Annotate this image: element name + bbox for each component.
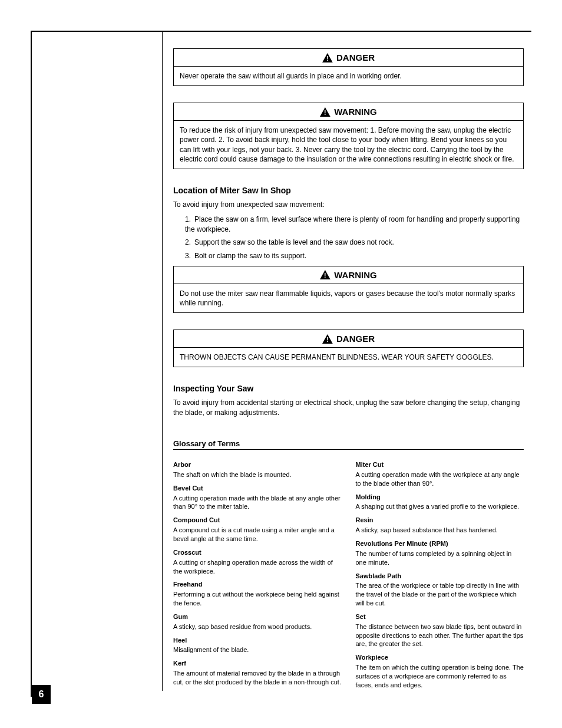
svg-text:!: ! <box>324 272 326 279</box>
glossary-def: The item on which the cutting operation … <box>356 663 524 690</box>
glossary-def: The amount of material removed by the bl… <box>173 669 342 687</box>
callout-title-text: WARNING <box>334 270 377 280</box>
list-item: 3.Bolt or clamp the saw to its support. <box>185 251 524 261</box>
glossary-def: Misalignment of the blade. <box>173 645 342 654</box>
glossary-def: A cutting operation made with the blade … <box>173 494 342 512</box>
glossary-term: Kerf <box>173 659 342 668</box>
list-item: 2.Support the saw so the table is level … <box>185 238 524 248</box>
callout-body: Do not use the miter saw near flammable … <box>174 284 523 312</box>
glossary-term: Revolutions Per Minute (RPM) <box>356 539 524 548</box>
callout-danger-guards: ! DANGER Never operate the saw without a… <box>173 48 524 86</box>
glossary-def: A cutting or shaping operation made acro… <box>173 558 342 576</box>
list-text: Bolt or clamp the saw to its support. <box>194 252 306 260</box>
main-content: ! DANGER Never operate the saw without a… <box>173 48 524 690</box>
warning-triangle-icon: ! <box>322 53 333 62</box>
glossary-term: Gum <box>173 612 342 621</box>
callout-body: Never operate the saw without all guards… <box>174 67 523 85</box>
callout-warning-movement: ! WARNING To reduce the risk of injury f… <box>173 103 524 169</box>
callout-title-text: WARNING <box>334 107 377 117</box>
glossary-term: Miter Cut <box>356 460 524 469</box>
glossary-term: Arbor <box>173 460 342 469</box>
callout-title: ! DANGER <box>174 330 523 348</box>
workshop-list: 1.Place the saw on a firm, level surface… <box>173 215 524 261</box>
glossary-col-left: Arbor The shaft on which the blade is mo… <box>173 456 342 690</box>
glossary-def: The area of the workpiece or table top d… <box>356 581 524 608</box>
list-item: 1.Place the saw on a firm, level surface… <box>185 215 524 235</box>
heading-workshop: Location of Miter Saw In Shop <box>173 186 524 195</box>
glossary-def: The distance between two saw blade tips,… <box>356 622 524 649</box>
callout-title-text: DANGER <box>336 52 375 62</box>
inspectsaw-body: To avoid injury from accidental starting… <box>173 398 524 418</box>
page-number-badge: 6 <box>32 685 51 704</box>
glossary-columns: Arbor The shaft on which the blade is mo… <box>173 456 524 690</box>
glossary-term: Bevel Cut <box>173 484 342 493</box>
sidebar-margin <box>32 32 163 691</box>
glossary-term: Sawblade Path <box>356 572 524 581</box>
glossary-def: The shaft on which the blade is mounted. <box>173 470 342 479</box>
callout-body: To reduce the risk of injury from unexpe… <box>174 121 523 169</box>
callout-title: ! DANGER <box>174 49 523 67</box>
svg-text:!: ! <box>326 55 329 62</box>
subheading-glossary: Glossary of Terms <box>173 439 524 450</box>
warning-triangle-icon: ! <box>322 334 333 344</box>
svg-text:!: ! <box>326 336 329 343</box>
glossary-col-right: Miter Cut A cutting operation made with … <box>356 456 524 690</box>
glossary-term: Molding <box>356 493 524 502</box>
page-frame: ! DANGER Never operate the saw without a… <box>31 31 531 697</box>
glossary-def: Performing a cut without the workpiece b… <box>173 590 342 608</box>
glossary-term: Set <box>356 612 524 621</box>
glossary-term: Compound Cut <box>173 516 342 525</box>
callout-warning-flammable: ! WARNING Do not use the miter saw near … <box>173 266 524 313</box>
glossary-def: A compound cut is a cut made using a mit… <box>173 526 342 543</box>
callout-title: ! WARNING <box>174 266 523 284</box>
svg-text:!: ! <box>324 109 326 116</box>
glossary-def: A cutting operation made with the workpi… <box>356 470 524 488</box>
callout-title-text: DANGER <box>336 334 375 344</box>
glossary-term: Crosscut <box>173 548 342 557</box>
callout-body: THROWN OBJECTS CAN CAUSE PERMANENT BLIND… <box>174 348 523 367</box>
glossary-def: A sticky, sap based residue from wood pr… <box>173 622 342 631</box>
warning-triangle-icon: ! <box>320 107 330 117</box>
glossary-def: A sticky, sap based substance that has h… <box>356 526 524 535</box>
page-number: 6 <box>39 689 44 700</box>
glossary-def: A shaping cut that gives a varied profil… <box>356 502 524 511</box>
list-text: Support the saw so the table is level an… <box>194 238 394 246</box>
glossary-def: The number of turns completed by a spinn… <box>356 549 524 567</box>
glossary-term: Workpiece <box>356 653 524 662</box>
glossary-term: Heel <box>173 636 342 645</box>
heading-inspectsaw: Inspecting Your Saw <box>173 384 524 393</box>
glossary-term: Freehand <box>173 580 342 589</box>
glossary-term: Resin <box>356 516 524 525</box>
warning-triangle-icon: ! <box>320 270 330 279</box>
callout-title: ! WARNING <box>174 103 523 121</box>
callout-danger-goggles: ! DANGER THROWN OBJECTS CAN CAUSE PERMAN… <box>173 330 524 367</box>
workshop-intro: To avoid injury from unexpected saw move… <box>173 200 524 210</box>
list-text: Place the saw on a firm, level surface w… <box>185 215 520 233</box>
